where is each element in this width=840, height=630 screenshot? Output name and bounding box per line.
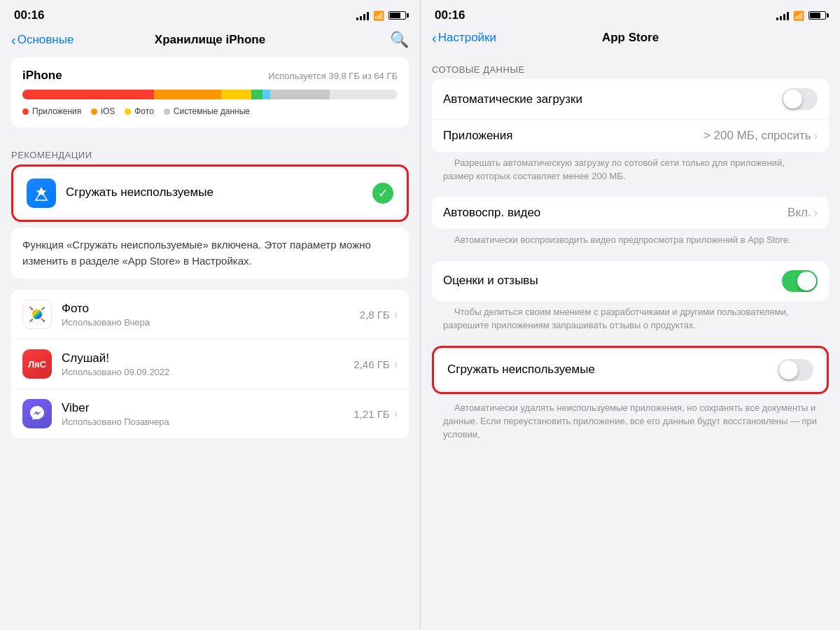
back-button-left[interactable]: ‹ Основные [11, 33, 74, 47]
legend-apps: Приложения [22, 106, 81, 116]
appstore-icon [27, 178, 56, 208]
autoplay-description: Автоматически воспроизводить видео предп… [443, 229, 802, 253]
page-title-right: App Store [602, 31, 659, 45]
apps-description-container: Разрешать автоматическую загрузку по сот… [432, 155, 829, 191]
storage-legend: Приложения iOS Фото Системные данные [22, 106, 398, 116]
status-time-left: 00:16 [14, 8, 44, 22]
legend-system: Системные данные [164, 106, 250, 116]
chevron-left-icon-right: ‹ [432, 31, 437, 45]
ratings-toggle[interactable] [782, 270, 818, 292]
back-button-right[interactable]: ‹ Настройки [432, 31, 496, 45]
cellular-settings-card: Автоматические загрузки Приложения > 200… [432, 79, 829, 152]
offload-title: Сгружать неиспользуемые [66, 186, 372, 200]
legend-dot-ios [91, 108, 97, 115]
offload-toggle-label: Сгружать неиспользуемые [447, 363, 595, 377]
signal-icon-right [776, 11, 789, 20]
auto-downloads-toggle[interactable] [782, 88, 818, 110]
bar-apps [22, 90, 154, 99]
autoplay-card: Автовоспр. видео Вкл. › [432, 197, 829, 229]
apps-row-value: > 200 МБ, спросить › [704, 129, 818, 143]
ratings-description-container: Чтобы делиться своим мнением с разработч… [432, 304, 829, 340]
list-item-music[interactable]: ЛяС Слушай! Использовано 09.09.2022 2,46… [11, 340, 409, 389]
list-item-photos[interactable]: Фото Использовано Вчера 2,8 ГБ › [11, 290, 409, 340]
offload-description: Функция «Сгружать неиспользуемые» включе… [22, 239, 371, 267]
status-bar-right: 00:16 📶 [421, 0, 840, 28]
status-icons-right: 📶 [776, 10, 826, 21]
autoplay-row[interactable]: Автовоспр. видео Вкл. › [432, 197, 829, 229]
nav-bar-left: ‹ Основные Хранилище iPhone 🔍 [0, 28, 420, 57]
device-name: iPhone [22, 69, 62, 83]
battery-icon-right [808, 11, 826, 20]
photos-app-icon [22, 300, 52, 329]
music-app-icon: ЛяС [22, 349, 52, 379]
offload-row[interactable]: Сгружать неиспользуемые ✓ [15, 169, 405, 218]
storage-header: iPhone Используется 39,8 ГБ из 64 ГБ [22, 69, 398, 83]
offload-description-container: Автоматически удалять неиспользуемые при… [432, 400, 829, 450]
ratings-row[interactable]: Оценки и отзывы [432, 261, 829, 301]
legend-label-apps: Приложения [32, 106, 81, 116]
legend-dot-apps [22, 108, 29, 115]
photos-right: 2,8 ГБ › [360, 308, 398, 321]
svg-line-6 [30, 307, 32, 309]
page-title-left: Хранилище iPhone [155, 33, 265, 47]
offload-description-right: Автоматически удалять неиспользуемые при… [443, 397, 817, 448]
viber-subtitle: Использовано Позавчера [62, 416, 354, 427]
chevron-left-icon: ‹ [11, 33, 16, 47]
legend-label-photos: Фото [134, 106, 154, 116]
app-list-card: Фото Использовано Вчера 2,8 ГБ › ЛяС Слу… [11, 290, 409, 438]
offload-highlighted-container: Сгружать неиспользуемые [432, 346, 829, 394]
status-icons-left: 📶 [356, 10, 406, 21]
right-content: СОТОВЫЕ ДАННЫЕ Автоматические загрузки П… [421, 53, 840, 630]
apps-row-label: Приложения [443, 129, 512, 143]
bar-system [270, 90, 330, 99]
photos-subtitle: Использовано Вчера [62, 317, 360, 328]
legend-dot-system [164, 108, 170, 115]
bar-ios [154, 90, 221, 99]
autoplay-description-container: Автоматически воспроизводить видео предп… [432, 232, 829, 255]
autoplay-value: Вкл. › [788, 206, 818, 220]
check-icon: ✓ [372, 183, 393, 204]
legend-label-system: Системные данные [174, 106, 250, 116]
photos-item-content: Фото Использовано Вчера [62, 302, 360, 328]
svg-line-7 [42, 319, 44, 321]
list-item-viber[interactable]: Viber Использовано Позавчера 1,21 ГБ › [11, 389, 409, 438]
bar-photos [221, 90, 251, 99]
left-content: iPhone Используется 39,8 ГБ из 64 ГБ При… [0, 57, 420, 630]
chevron-right-icon3: › [394, 407, 398, 420]
wifi-icon: 📶 [373, 10, 384, 21]
battery-icon [388, 11, 406, 20]
cellular-section-header: СОТОВЫЕ ДАННЫЕ [421, 53, 840, 79]
search-icon[interactable]: 🔍 [390, 31, 409, 49]
music-right: 2,46 ГБ › [354, 358, 398, 370]
apps-row[interactable]: Приложения > 200 МБ, спросить › [432, 120, 829, 152]
viber-size: 1,21 ГБ [354, 408, 389, 420]
offload-settings-card: Сгружать неиспользуемые [436, 350, 825, 390]
music-name: Слушай! [62, 351, 354, 365]
offload-toggle[interactable] [778, 359, 813, 381]
autoplay-label: Автовоспр. видео [443, 206, 540, 220]
back-label-right: Настройки [438, 31, 496, 45]
status-time-right: 00:16 [435, 8, 465, 22]
storage-card: iPhone Используется 39,8 ГБ из 64 ГБ При… [11, 57, 409, 127]
chevron-right-autoplay: › [814, 206, 818, 219]
svg-rect-0 [38, 192, 44, 193]
offload-item-highlighted[interactable]: Сгружать неиспользуемые ✓ [15, 169, 405, 218]
offload-toggle-row[interactable]: Сгружать неиспользуемые [436, 350, 825, 390]
viber-app-icon [22, 399, 52, 428]
viber-right: 1,21 ГБ › [354, 407, 398, 420]
auto-downloads-row[interactable]: Автоматические загрузки [432, 79, 829, 120]
apps-description: Разрешать автоматическую загрузку по сот… [443, 152, 785, 190]
viber-name: Viber [62, 401, 354, 415]
legend-ios: iOS [91, 106, 115, 116]
nav-bar-right: ‹ Настройки App Store [421, 28, 840, 53]
music-size: 2,46 ГБ [354, 358, 389, 370]
legend-label-ios: iOS [101, 106, 115, 116]
music-subtitle: Использовано 09.09.2022 [62, 367, 354, 377]
back-label-left: Основные [18, 33, 74, 47]
viber-item-content: Viber Использовано Позавчера [62, 401, 354, 427]
signal-icon [356, 11, 369, 20]
svg-line-8 [42, 307, 44, 309]
svg-point-1 [32, 309, 42, 319]
legend-photos: Фото [125, 106, 154, 116]
storage-used-info: Используется 39,8 ГБ из 64 ГБ [268, 71, 398, 81]
